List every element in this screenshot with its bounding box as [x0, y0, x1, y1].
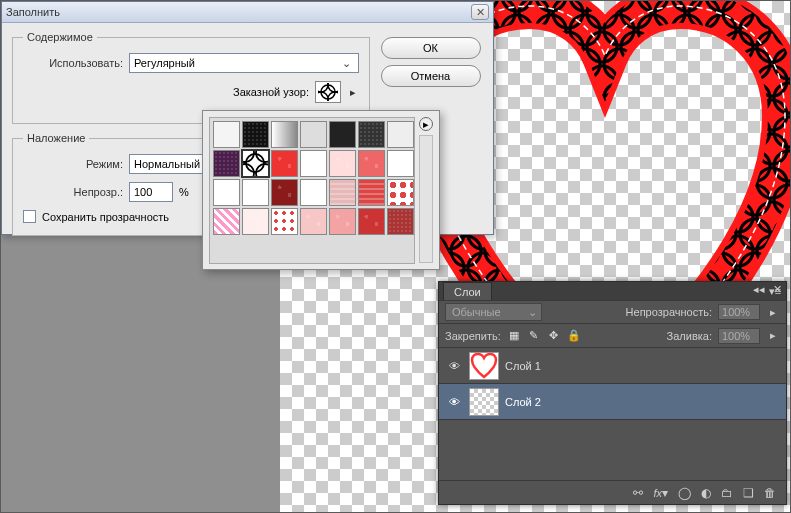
- pattern-cell[interactable]: [242, 150, 269, 177]
- use-select[interactable]: Регулярный ⌄: [129, 53, 359, 73]
- pattern-cell[interactable]: [358, 208, 385, 235]
- fill-label: Заливка:: [667, 330, 712, 342]
- layer-name: Слой 2: [505, 396, 541, 408]
- layer-name: Слой 1: [505, 360, 541, 372]
- adjustment-layer-icon[interactable]: ◐: [701, 486, 711, 500]
- link-layers-icon[interactable]: ⚯: [633, 486, 643, 500]
- pattern-cell[interactable]: [300, 121, 327, 148]
- opacity-label: Непрозрачность:: [626, 306, 712, 318]
- tab-layers[interactable]: Слои: [443, 282, 492, 300]
- pattern-cell[interactable]: [329, 150, 356, 177]
- pattern-cell[interactable]: [213, 121, 240, 148]
- pattern-dropdown-icon[interactable]: ▸: [347, 86, 359, 99]
- pattern-cell[interactable]: [213, 179, 240, 206]
- pattern-cell[interactable]: [271, 121, 298, 148]
- mode-value: Нормальный: [134, 158, 200, 170]
- blending-legend: Наложение: [23, 132, 89, 144]
- pattern-grid: [209, 117, 415, 264]
- layer-group-icon[interactable]: 🗀: [721, 486, 733, 500]
- pattern-cell[interactable]: [300, 179, 327, 206]
- blend-mode-select[interactable]: Обычные ⌄: [445, 303, 542, 321]
- preserve-transparency-label: Сохранить прозрачность: [42, 211, 169, 223]
- layer-row[interactable]: 👁Слой 2: [439, 384, 786, 420]
- dialog-titlebar[interactable]: Заполнить ✕: [2, 2, 493, 23]
- pattern-cell[interactable]: [242, 121, 269, 148]
- layer-row[interactable]: 👁Слой 1: [439, 348, 786, 384]
- lock-pixels-icon[interactable]: ✎: [527, 329, 541, 343]
- opacity-field[interactable]: 100%: [718, 304, 760, 320]
- layer-list: 👁Слой 1👁Слой 2: [439, 348, 786, 420]
- layer-thumbnail[interactable]: [469, 352, 499, 380]
- lock-all-icon[interactable]: 🔒: [567, 329, 581, 343]
- custom-pattern-label: Заказной узор:: [233, 86, 309, 98]
- pattern-cell[interactable]: [300, 208, 327, 235]
- opacity-unit: %: [179, 186, 189, 198]
- chevron-down-icon: ⌄: [528, 306, 537, 319]
- preserve-transparency-checkbox[interactable]: [23, 210, 36, 223]
- ok-button[interactable]: ОК: [381, 37, 481, 59]
- lock-position-icon[interactable]: ✥: [547, 329, 561, 343]
- pattern-cell[interactable]: [213, 208, 240, 235]
- picker-scrollbar[interactable]: [419, 135, 433, 263]
- pattern-cell[interactable]: [387, 150, 414, 177]
- delete-layer-icon[interactable]: 🗑: [764, 486, 776, 500]
- pattern-swatch[interactable]: [315, 81, 341, 103]
- visibility-eye-icon[interactable]: 👁: [445, 393, 463, 411]
- cancel-button[interactable]: Отмена: [381, 65, 481, 87]
- pattern-cell[interactable]: [271, 150, 298, 177]
- pattern-cell[interactable]: [271, 208, 298, 235]
- visibility-eye-icon[interactable]: 👁: [445, 357, 463, 375]
- use-value: Регулярный: [134, 57, 195, 69]
- pattern-cell[interactable]: [387, 179, 414, 206]
- pattern-cell[interactable]: [358, 150, 385, 177]
- contents-legend: Содержимое: [23, 31, 97, 43]
- layer-thumbnail[interactable]: [469, 388, 499, 416]
- pattern-cell[interactable]: [329, 179, 356, 206]
- pattern-cell[interactable]: [329, 208, 356, 235]
- dialog-title: Заполнить: [6, 6, 60, 18]
- chevron-down-icon: ⌄: [338, 57, 354, 70]
- opacity-label: Непрозр.:: [23, 186, 123, 198]
- lock-label: Закрепить:: [445, 330, 501, 342]
- layer-mask-icon[interactable]: ◯: [678, 486, 691, 500]
- pattern-cell[interactable]: [300, 150, 327, 177]
- fill-flyout-icon[interactable]: ▸: [766, 329, 780, 343]
- pattern-cell[interactable]: [358, 121, 385, 148]
- new-layer-icon[interactable]: ❏: [743, 486, 754, 500]
- pattern-cell[interactable]: [329, 121, 356, 148]
- pattern-cell[interactable]: [271, 179, 298, 206]
- pattern-cell[interactable]: [387, 121, 414, 148]
- pattern-cell[interactable]: [358, 179, 385, 206]
- pattern-cell[interactable]: [242, 179, 269, 206]
- svg-point-10: [246, 154, 264, 172]
- layers-panel: ◂◂ ✕ Слои ▾≡ Обычные ⌄ Непрозрачность: 1…: [438, 281, 787, 505]
- lock-transparency-icon[interactable]: ▦: [507, 329, 521, 343]
- fill-field[interactable]: 100%: [718, 328, 760, 344]
- pattern-cell[interactable]: [242, 208, 269, 235]
- opacity-input[interactable]: 100: [129, 182, 173, 202]
- opacity-flyout-icon[interactable]: ▸: [766, 305, 780, 319]
- use-label: Использовать:: [23, 57, 123, 69]
- pattern-cell[interactable]: [213, 150, 240, 177]
- layer-fx-icon[interactable]: fx▾: [653, 486, 668, 500]
- close-icon[interactable]: ✕: [471, 4, 489, 20]
- panel-close-icon[interactable]: ✕: [770, 282, 784, 296]
- mode-label: Режим:: [23, 158, 123, 170]
- picker-menu-icon[interactable]: ▸: [419, 117, 433, 131]
- pattern-cell[interactable]: [387, 208, 414, 235]
- pattern-picker-popup: ▸: [202, 110, 440, 270]
- panel-collapse-icon[interactable]: ◂◂: [752, 282, 766, 296]
